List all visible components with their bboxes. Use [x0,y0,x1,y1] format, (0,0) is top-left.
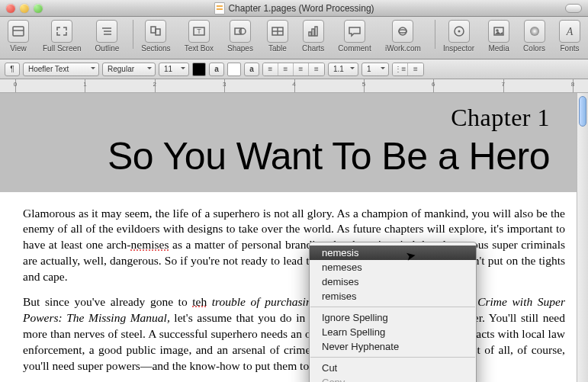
media-button[interactable] [488,20,509,43]
list-segment[interactable]: ⋮≡≡ [392,63,424,76]
svg-rect-6 [156,29,160,35]
svg-rect-5 [151,27,156,33]
iwork-button[interactable] [392,20,413,43]
page[interactable]: Chapter 1 So You Want To Be a Hero Glamo… [0,93,588,374]
line-spacing-select[interactable]: 1.1 [328,63,358,76]
learn-spelling-item[interactable]: Learn Spelling [310,325,476,339]
document-viewport: Chapter 1 So You Want To Be a Hero Glamo… [0,93,588,382]
scrollbar-thumb[interactable] [579,96,586,127]
spelling-error[interactable]: nemises [131,238,169,251]
font-weight-select[interactable]: Regular [102,63,156,76]
suggestion-item[interactable]: remises [310,289,476,303]
svg-point-17 [399,27,406,35]
outline-label: Outline [95,44,120,53]
align-segment[interactable]: ≡≡≡≡ [262,63,325,76]
colors-label: Colors [523,44,545,53]
table-button[interactable] [267,20,288,43]
window-controls [6,4,43,13]
main-toolbar: View Full Screen Outline Sections TText … [0,17,588,59]
svg-text:T: T [197,27,201,35]
shapes-button[interactable] [230,20,251,43]
fonts-button[interactable]: A [559,20,580,43]
svg-text:A: A [566,26,574,37]
body-text[interactable]: Glamorous as it may seem, the life of a … [23,206,565,374]
iwork-label: iWork.com [385,44,421,53]
ruler[interactable]: 012345678 [0,79,588,93]
comment-button[interactable] [344,20,365,43]
charts-label: Charts [302,44,324,53]
char-style-button[interactable]: a [209,63,224,76]
svg-point-22 [496,30,498,31]
svg-point-10 [239,28,246,34]
svg-point-18 [399,30,406,33]
window-title-text: Chapter 1.pages (Word Processing) [228,3,374,14]
zoom-icon[interactable] [34,4,43,13]
spelling-error[interactable]: teh [192,295,207,308]
cut-item[interactable]: Cut [310,361,476,375]
chapter-label[interactable]: Chapter 1 [23,104,550,132]
menu-separator [310,357,475,358]
window-titlebar: Chapter 1.pages (Word Processing) [0,0,588,17]
fullscreen-button[interactable] [51,20,72,43]
outline-button[interactable] [96,20,117,43]
charts-button[interactable] [303,20,324,43]
suggestion-item[interactable]: demises [310,274,476,289]
svg-rect-0 [13,27,24,36]
inspector-button[interactable] [448,20,470,43]
svg-point-23 [530,27,539,36]
view-button[interactable] [8,20,29,43]
document-icon [214,2,224,14]
text-color-swatch[interactable] [192,63,206,76]
shapes-label: Shapes [227,44,253,53]
svg-rect-15 [312,29,314,36]
char-bg-button[interactable]: a [244,63,259,76]
body-span[interactable]: But since you've already gone to [23,295,192,308]
suggestion-item[interactable]: nemesis [310,246,476,260]
textbox-button[interactable]: T [188,20,210,43]
columns-select[interactable]: 1 [361,63,389,76]
format-bar: ¶ Hoefler Text Regular 11 a a ≡≡≡≡ 1.1 1… [0,59,588,79]
copy-item[interactable]: Copy [310,375,476,382]
font-size-select[interactable]: 11 [159,63,189,76]
never-hyphenate-item[interactable]: Never Hyphenate [310,339,476,354]
colors-button[interactable] [524,20,545,43]
textbox-label: Text Box [185,44,214,53]
title-block: Chapter 1 So You Want To Be a Hero [0,93,588,192]
suggestion-item[interactable]: nemeses [310,260,476,274]
close-icon[interactable] [6,4,15,13]
svg-rect-14 [309,32,311,36]
minimize-icon[interactable] [20,4,29,13]
svg-rect-16 [315,27,317,36]
comment-label: Comment [338,44,371,53]
media-label: Media [488,44,509,53]
para-style-button[interactable]: ¶ [5,63,20,76]
bg-color-swatch[interactable] [227,63,241,76]
fullscreen-label: Full Screen [43,44,82,53]
sections-button[interactable] [145,20,166,43]
document-title[interactable]: So You Want To Be a Hero [23,136,550,177]
fonts-label: Fonts [560,44,579,53]
vertical-scrollbar[interactable] [577,93,588,382]
inspector-label: Inspector [443,44,474,53]
table-label: Table [268,44,287,53]
window-title: Chapter 1.pages (Word Processing) [214,2,374,14]
menu-separator [310,307,475,307]
svg-point-20 [458,30,460,33]
toolbar-toggle-button[interactable] [565,4,582,13]
sections-label: Sections [141,44,170,53]
context-menu: nemesis nemeses demises remises Ignore S… [309,242,477,382]
ignore-spelling-item[interactable]: Ignore Spelling [310,310,476,325]
view-label: View [10,44,27,53]
font-family-select[interactable]: Hoefler Text [23,63,99,76]
